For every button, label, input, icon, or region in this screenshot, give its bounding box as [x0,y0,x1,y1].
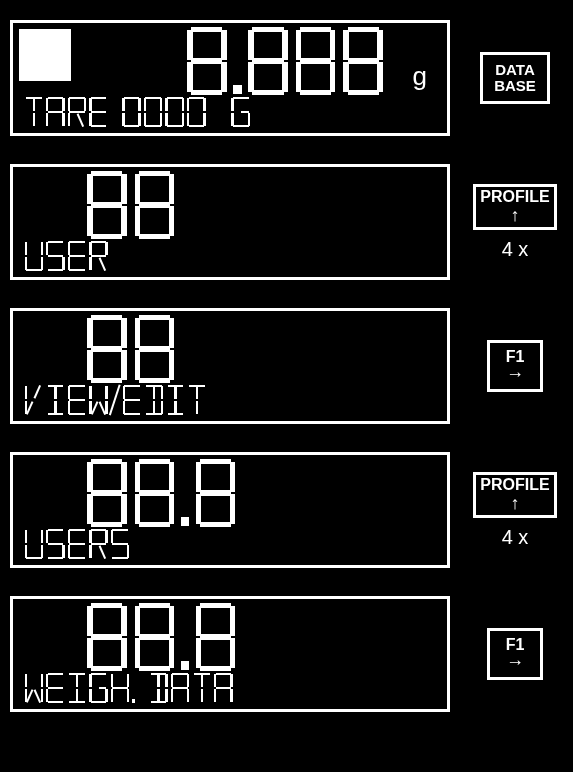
lcd-screen-1: g [10,20,450,136]
f1-button-label: F1 [506,349,525,366]
database-button-label-2: BASE [494,78,536,94]
arrow-up-icon: ↑ [511,206,520,224]
profile-button-1[interactable]: PROFILE ↑ [473,184,557,230]
lcd-screen-2 [10,164,450,280]
main-readout-1 [13,27,387,95]
main-readout-5 [83,603,239,671]
lower-line-2 [23,241,109,271]
lower-line-5 [23,673,234,703]
profile-button-label-2: PROFILE [480,477,549,494]
lower-line-4 [23,529,131,559]
f1-button-label-2: F1 [506,637,525,654]
arrow-right-icon-2: → [506,653,524,671]
lcd-screen-4 [10,452,450,568]
database-button-label-1: DATA [495,62,534,78]
lcd-screen-3 [10,308,450,424]
f1-button-2[interactable]: F1 → [487,628,543,680]
lower-line-1 [23,97,252,127]
arrow-right-icon: → [506,365,524,383]
arrow-up-icon-2: ↑ [511,494,520,512]
database-button[interactable]: DATA BASE [480,52,550,104]
profile-button-2[interactable]: PROFILE ↑ [473,472,557,518]
multiplier-label-1: 4 x [502,238,529,261]
unit-label: g [413,61,427,92]
profile-button-label: PROFILE [480,189,549,206]
f1-button-1[interactable]: F1 → [487,340,543,392]
lcd-screen-5 [10,596,450,712]
main-readout-3 [83,315,178,383]
lower-line-3 [23,385,208,415]
main-readout-4 [83,459,239,527]
main-readout-2 [83,171,178,239]
multiplier-label-2: 4 x [502,526,529,549]
